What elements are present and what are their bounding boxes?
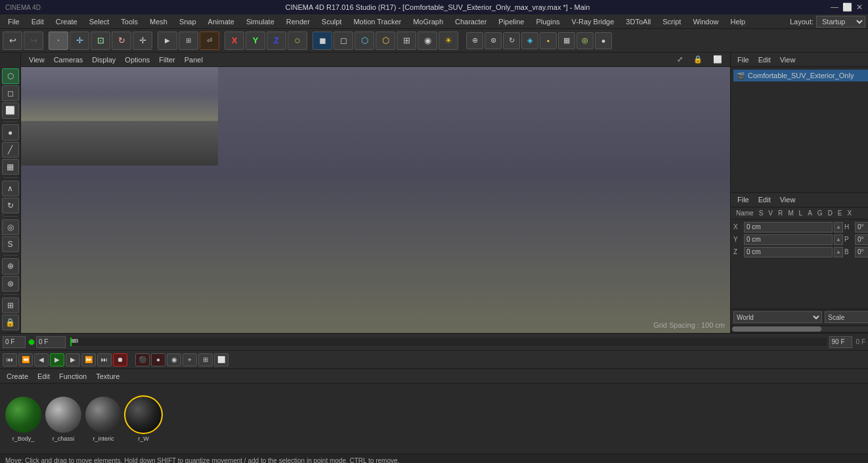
menu-3dtoall[interactable]: 3DToAll <box>620 16 656 27</box>
vp-icon-expand[interactable]: ⤢ <box>673 54 687 65</box>
attr-view-menu[interactable]: View <box>776 194 800 205</box>
prev-frame-btn[interactable]: ◀ <box>34 353 49 366</box>
menu-tools[interactable]: Tools <box>116 16 143 27</box>
z-position-input[interactable] <box>744 247 833 257</box>
uvmesh-btn[interactable]: ⬡ <box>376 32 395 50</box>
scene-object-item[interactable]: 🎬 Comfortable_SUV_Exterior_Only <box>733 70 868 81</box>
menu-sculpt[interactable]: Sculpt <box>316 16 347 27</box>
maximize-btn[interactable]: ⬜ <box>842 3 852 12</box>
point-mode-btn[interactable]: ● <box>2 124 19 140</box>
select-texture-btn[interactable]: ⬜ <box>2 102 19 118</box>
mat-body-ball[interactable]: r_Body_ <box>5 397 41 433</box>
y-position-input[interactable] <box>744 234 833 245</box>
vp-options[interactable]: Options <box>121 55 154 65</box>
mat-edit-btn[interactable]: Edit <box>33 371 54 382</box>
x-arrow-up[interactable]: ▲ <box>834 222 843 232</box>
vp-panel[interactable]: Panel <box>181 55 207 65</box>
select-model-btn[interactable]: ⬡ <box>2 68 19 84</box>
right-scrollbar[interactable] <box>731 325 868 333</box>
snap-bottom2[interactable]: 🔒 <box>2 315 19 330</box>
scene-file-menu[interactable]: File <box>733 55 753 65</box>
jump-to-start-btn[interactable]: ⏮ <box>3 353 17 366</box>
b-rotation-input[interactable] <box>855 247 868 257</box>
menu-create[interactable]: Create <box>51 16 83 27</box>
y-arrow-up[interactable]: ▲ <box>834 234 843 245</box>
scene-edit-menu[interactable]: Edit <box>754 55 775 65</box>
layout-dropdown[interactable]: Startup Standard Animate <box>816 16 865 28</box>
transform-mode-dropdown[interactable]: Scale Size <box>825 311 868 323</box>
st-scale[interactable]: ⊛ <box>485 32 502 49</box>
sculpt-btn[interactable]: ⊕ <box>2 258 19 274</box>
timeline-btn[interactable]: ⬜ <box>214 353 228 366</box>
rotate-tool-btn[interactable]: ↻ <box>112 32 131 50</box>
timeline-ruler[interactable]: 0 5 10 15 20 25 30 35 40 45 50 55 60 65 … <box>70 338 827 347</box>
menu-mograph[interactable]: MoGraph <box>408 16 448 27</box>
z-axis-btn[interactable]: Z <box>267 32 286 50</box>
frame-start-input[interactable] <box>3 336 26 348</box>
vp-icon-maximize[interactable]: ⬜ <box>709 54 726 65</box>
vp-display[interactable]: Display <box>88 55 119 65</box>
menu-render[interactable]: Render <box>281 16 315 27</box>
quick-render-btn[interactable]: ☀ <box>439 32 458 50</box>
menu-simulate[interactable]: Simulate <box>241 16 280 27</box>
snap-bottom1[interactable]: ⊞ <box>2 298 19 313</box>
coord-space-dropdown[interactable]: World Object <box>733 311 822 323</box>
st-camera[interactable]: ● <box>595 32 612 49</box>
menu-select[interactable]: Select <box>84 16 115 27</box>
knife-btn[interactable]: ∧ <box>2 181 19 196</box>
frame-end-input[interactable] <box>829 336 852 348</box>
window-controls[interactable]: — ⬜ ✕ <box>831 3 863 12</box>
p-rotation-input[interactable] <box>855 234 868 245</box>
vp-cameras[interactable]: Cameras <box>50 55 87 65</box>
menu-motion-tracker[interactable]: Motion Tracker <box>348 16 406 27</box>
minimize-btn[interactable]: — <box>831 3 838 12</box>
select-mesh-btn[interactable]: ◻ <box>2 85 19 101</box>
play-btn[interactable]: ▶ <box>50 353 64 366</box>
st-rotate[interactable]: ↻ <box>503 32 520 49</box>
scale-tool-btn[interactable]: ⊡ <box>91 32 110 50</box>
menu-character[interactable]: Character <box>450 16 492 27</box>
frame-current-input[interactable] <box>36 336 66 348</box>
poly-mode-btn[interactable]: ▦ <box>2 159 19 175</box>
render-active-view-btn[interactable]: ▶ <box>158 32 177 50</box>
mat-function-btn[interactable]: Function <box>55 371 91 382</box>
menu-animate[interactable]: Animate <box>203 16 240 27</box>
st-uv[interactable]: ◎ <box>576 32 594 49</box>
x-position-input[interactable] <box>744 222 833 232</box>
next-frame-btn[interactable]: ▶ <box>66 353 80 366</box>
h-rotation-input[interactable] <box>855 222 868 232</box>
shading-btn[interactable]: ◼ <box>313 32 332 50</box>
mat-create-btn[interactable]: Create <box>3 371 32 382</box>
move-tool-btn[interactable]: ✛ <box>70 32 89 50</box>
3d-viewport[interactable]: Perspective <box>21 67 730 333</box>
y-axis-btn[interactable]: Y <box>246 32 265 50</box>
vp-filter[interactable]: Filter <box>155 55 179 65</box>
key-all-btn[interactable]: ● <box>151 353 165 366</box>
attr-edit-menu[interactable]: Edit <box>754 194 775 205</box>
auto-key-btn[interactable]: ⚫ <box>135 353 150 366</box>
mat-interior-ball[interactable]: r_interic <box>85 397 121 433</box>
undo-btn[interactable]: ↩ <box>3 32 22 50</box>
edge-mode-btn[interactable]: ╱ <box>2 142 19 158</box>
menu-plugins[interactable]: Plugins <box>531 16 565 27</box>
world-axis-btn[interactable]: ⬡ <box>288 32 307 50</box>
st-move[interactable]: ⊕ <box>466 32 483 49</box>
isoparm-btn[interactable]: ⬡ <box>355 32 374 50</box>
menu-help[interactable]: Help <box>726 16 751 27</box>
menu-snap[interactable]: Snap <box>174 16 202 27</box>
mat-texture-btn[interactable]: Texture <box>92 371 123 382</box>
key-sel-btn[interactable]: ◉ <box>167 353 181 366</box>
mat-wheel-ball[interactable]: r_W <box>125 397 162 433</box>
paint-btn[interactable]: ⊛ <box>2 276 19 292</box>
menu-file[interactable]: File <box>3 16 25 27</box>
prev-keyframe-btn[interactable]: ⏪ <box>18 353 33 366</box>
menu-window[interactable]: Window <box>687 16 724 27</box>
menu-mesh[interactable]: Mesh <box>144 16 173 27</box>
scene-view-menu[interactable]: View <box>776 55 800 65</box>
gouraud-btn[interactable]: ◉ <box>418 32 437 50</box>
keyframe-row[interactable] <box>70 346 827 347</box>
attr-file-menu[interactable]: File <box>733 194 753 205</box>
jump-to-end-btn[interactable]: ⏭ <box>97 353 112 366</box>
menu-script[interactable]: Script <box>657 16 686 27</box>
next-keyframe-btn[interactable]: ⏩ <box>81 353 96 366</box>
